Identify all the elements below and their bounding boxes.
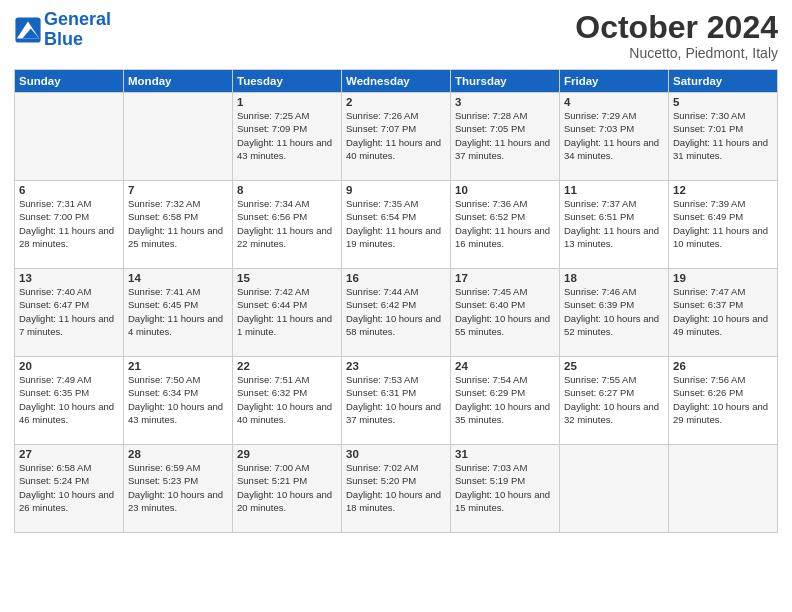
day-detail: Sunrise: 7:25 AM Sunset: 7:09 PM Dayligh… (237, 109, 337, 162)
calendar-week-2: 6Sunrise: 7:31 AM Sunset: 7:00 PM Daylig… (15, 181, 778, 269)
calendar-cell: 7Sunrise: 7:32 AM Sunset: 6:58 PM Daylig… (124, 181, 233, 269)
calendar-cell (560, 445, 669, 533)
calendar-cell: 20Sunrise: 7:49 AM Sunset: 6:35 PM Dayli… (15, 357, 124, 445)
day-number: 21 (128, 360, 228, 372)
col-thursday: Thursday (451, 70, 560, 93)
day-detail: Sunrise: 7:40 AM Sunset: 6:47 PM Dayligh… (19, 285, 119, 338)
calendar-cell: 14Sunrise: 7:41 AM Sunset: 6:45 PM Dayli… (124, 269, 233, 357)
day-detail: Sunrise: 7:03 AM Sunset: 5:19 PM Dayligh… (455, 461, 555, 514)
day-detail: Sunrise: 7:46 AM Sunset: 6:39 PM Dayligh… (564, 285, 664, 338)
month-title: October 2024 (575, 10, 778, 45)
day-detail: Sunrise: 7:00 AM Sunset: 5:21 PM Dayligh… (237, 461, 337, 514)
day-number: 1 (237, 96, 337, 108)
day-detail: Sunrise: 7:54 AM Sunset: 6:29 PM Dayligh… (455, 373, 555, 426)
calendar-cell: 24Sunrise: 7:54 AM Sunset: 6:29 PM Dayli… (451, 357, 560, 445)
day-number: 25 (564, 360, 664, 372)
day-number: 29 (237, 448, 337, 460)
day-number: 11 (564, 184, 664, 196)
calendar-cell: 1Sunrise: 7:25 AM Sunset: 7:09 PM Daylig… (233, 93, 342, 181)
calendar-cell: 2Sunrise: 7:26 AM Sunset: 7:07 PM Daylig… (342, 93, 451, 181)
day-detail: Sunrise: 7:56 AM Sunset: 6:26 PM Dayligh… (673, 373, 773, 426)
calendar-cell: 30Sunrise: 7:02 AM Sunset: 5:20 PM Dayli… (342, 445, 451, 533)
calendar-cell: 29Sunrise: 7:00 AM Sunset: 5:21 PM Dayli… (233, 445, 342, 533)
day-number: 26 (673, 360, 773, 372)
day-detail: Sunrise: 7:39 AM Sunset: 6:49 PM Dayligh… (673, 197, 773, 250)
day-number: 22 (237, 360, 337, 372)
day-detail: Sunrise: 7:53 AM Sunset: 6:31 PM Dayligh… (346, 373, 446, 426)
day-detail: Sunrise: 6:58 AM Sunset: 5:24 PM Dayligh… (19, 461, 119, 514)
day-number: 7 (128, 184, 228, 196)
day-detail: Sunrise: 7:55 AM Sunset: 6:27 PM Dayligh… (564, 373, 664, 426)
day-detail: Sunrise: 7:42 AM Sunset: 6:44 PM Dayligh… (237, 285, 337, 338)
day-detail: Sunrise: 7:45 AM Sunset: 6:40 PM Dayligh… (455, 285, 555, 338)
day-number: 6 (19, 184, 119, 196)
col-tuesday: Tuesday (233, 70, 342, 93)
day-detail: Sunrise: 7:35 AM Sunset: 6:54 PM Dayligh… (346, 197, 446, 250)
calendar-cell: 27Sunrise: 6:58 AM Sunset: 5:24 PM Dayli… (15, 445, 124, 533)
calendar-cell: 6Sunrise: 7:31 AM Sunset: 7:00 PM Daylig… (15, 181, 124, 269)
day-number: 24 (455, 360, 555, 372)
day-number: 30 (346, 448, 446, 460)
calendar-cell: 26Sunrise: 7:56 AM Sunset: 6:26 PM Dayli… (669, 357, 778, 445)
day-detail: Sunrise: 7:32 AM Sunset: 6:58 PM Dayligh… (128, 197, 228, 250)
calendar-cell: 11Sunrise: 7:37 AM Sunset: 6:51 PM Dayli… (560, 181, 669, 269)
calendar-cell: 22Sunrise: 7:51 AM Sunset: 6:32 PM Dayli… (233, 357, 342, 445)
day-detail: Sunrise: 7:37 AM Sunset: 6:51 PM Dayligh… (564, 197, 664, 250)
location-title: Nucetto, Piedmont, Italy (575, 45, 778, 61)
calendar-cell: 5Sunrise: 7:30 AM Sunset: 7:01 PM Daylig… (669, 93, 778, 181)
logo: General Blue (14, 10, 111, 50)
calendar-cell: 15Sunrise: 7:42 AM Sunset: 6:44 PM Dayli… (233, 269, 342, 357)
calendar-cell: 21Sunrise: 7:50 AM Sunset: 6:34 PM Dayli… (124, 357, 233, 445)
calendar-week-1: 1Sunrise: 7:25 AM Sunset: 7:09 PM Daylig… (15, 93, 778, 181)
day-detail: Sunrise: 6:59 AM Sunset: 5:23 PM Dayligh… (128, 461, 228, 514)
day-number: 3 (455, 96, 555, 108)
calendar-week-3: 13Sunrise: 7:40 AM Sunset: 6:47 PM Dayli… (15, 269, 778, 357)
header-row: Sunday Monday Tuesday Wednesday Thursday… (15, 70, 778, 93)
day-detail: Sunrise: 7:41 AM Sunset: 6:45 PM Dayligh… (128, 285, 228, 338)
day-number: 5 (673, 96, 773, 108)
calendar-cell (669, 445, 778, 533)
logo-text: General Blue (44, 10, 111, 50)
calendar-cell: 12Sunrise: 7:39 AM Sunset: 6:49 PM Dayli… (669, 181, 778, 269)
day-number: 18 (564, 272, 664, 284)
day-number: 20 (19, 360, 119, 372)
day-detail: Sunrise: 7:28 AM Sunset: 7:05 PM Dayligh… (455, 109, 555, 162)
day-number: 27 (19, 448, 119, 460)
day-number: 28 (128, 448, 228, 460)
calendar-cell: 9Sunrise: 7:35 AM Sunset: 6:54 PM Daylig… (342, 181, 451, 269)
calendar-cell (124, 93, 233, 181)
day-number: 19 (673, 272, 773, 284)
day-detail: Sunrise: 7:47 AM Sunset: 6:37 PM Dayligh… (673, 285, 773, 338)
day-detail: Sunrise: 7:44 AM Sunset: 6:42 PM Dayligh… (346, 285, 446, 338)
calendar-cell: 31Sunrise: 7:03 AM Sunset: 5:19 PM Dayli… (451, 445, 560, 533)
logo-icon (14, 16, 42, 44)
calendar-cell (15, 93, 124, 181)
calendar-cell: 19Sunrise: 7:47 AM Sunset: 6:37 PM Dayli… (669, 269, 778, 357)
calendar-week-4: 20Sunrise: 7:49 AM Sunset: 6:35 PM Dayli… (15, 357, 778, 445)
title-block: October 2024 Nucetto, Piedmont, Italy (575, 10, 778, 61)
day-number: 2 (346, 96, 446, 108)
calendar-cell: 16Sunrise: 7:44 AM Sunset: 6:42 PM Dayli… (342, 269, 451, 357)
day-detail: Sunrise: 7:50 AM Sunset: 6:34 PM Dayligh… (128, 373, 228, 426)
day-number: 12 (673, 184, 773, 196)
calendar-cell: 4Sunrise: 7:29 AM Sunset: 7:03 PM Daylig… (560, 93, 669, 181)
day-number: 17 (455, 272, 555, 284)
col-friday: Friday (560, 70, 669, 93)
day-detail: Sunrise: 7:31 AM Sunset: 7:00 PM Dayligh… (19, 197, 119, 250)
day-detail: Sunrise: 7:30 AM Sunset: 7:01 PM Dayligh… (673, 109, 773, 162)
col-sunday: Sunday (15, 70, 124, 93)
day-detail: Sunrise: 7:34 AM Sunset: 6:56 PM Dayligh… (237, 197, 337, 250)
day-number: 23 (346, 360, 446, 372)
day-number: 13 (19, 272, 119, 284)
day-number: 16 (346, 272, 446, 284)
day-number: 8 (237, 184, 337, 196)
calendar-table: Sunday Monday Tuesday Wednesday Thursday… (14, 69, 778, 533)
calendar-page: General Blue October 2024 Nucetto, Piedm… (0, 0, 792, 612)
header: General Blue October 2024 Nucetto, Piedm… (14, 10, 778, 61)
col-monday: Monday (124, 70, 233, 93)
calendar-cell: 18Sunrise: 7:46 AM Sunset: 6:39 PM Dayli… (560, 269, 669, 357)
day-detail: Sunrise: 7:36 AM Sunset: 6:52 PM Dayligh… (455, 197, 555, 250)
calendar-week-5: 27Sunrise: 6:58 AM Sunset: 5:24 PM Dayli… (15, 445, 778, 533)
day-number: 9 (346, 184, 446, 196)
calendar-cell: 28Sunrise: 6:59 AM Sunset: 5:23 PM Dayli… (124, 445, 233, 533)
